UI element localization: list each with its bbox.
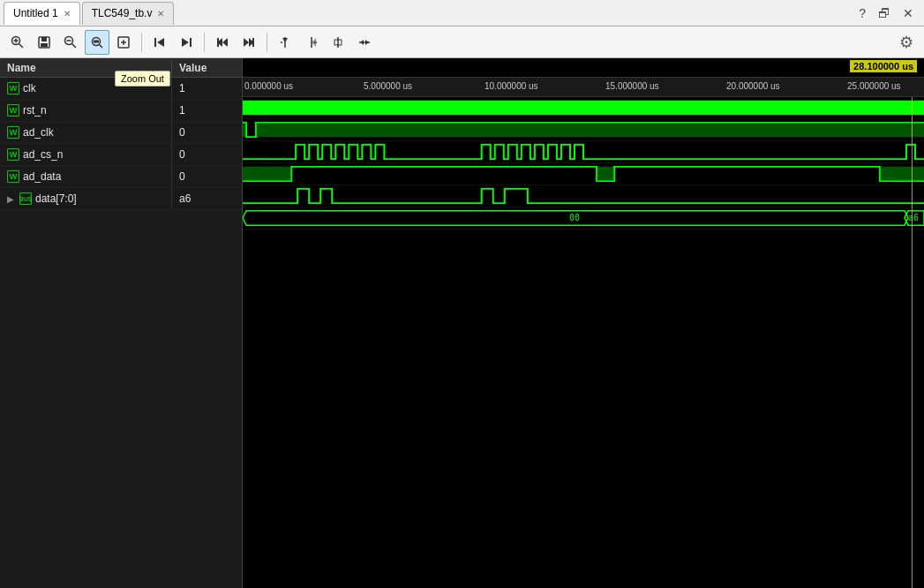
- goto-end-button[interactable]: [174, 30, 199, 55]
- svg-rect-12: [94, 40, 99, 42]
- bus-icon-data: BUS: [19, 192, 32, 205]
- signal-rows: W clk 1 W rst_n 1 W ad_clk 0: [0, 78, 242, 588]
- ruler-label-0: 0.000000 us: [244, 81, 293, 91]
- wave-svg-clk: [243, 97, 924, 118]
- signal-row-rstn[interactable]: W rst_n 1: [0, 100, 242, 122]
- separator-2: [204, 33, 205, 52]
- wave-svg-data: 00 a6: [243, 207, 924, 229]
- signal-value-adclk: 0: [172, 124, 192, 140]
- svg-rect-45: [880, 167, 924, 181]
- marker2-icon: [331, 35, 345, 49]
- svg-rect-43: [243, 167, 291, 181]
- ruler-label-20: 20.000000 us: [726, 81, 780, 91]
- signal-row-adcsn[interactable]: W ad_cs_n 0: [0, 144, 242, 166]
- svg-line-1: [19, 43, 24, 48]
- tab-untitled1[interactable]: Untitled 1 ✕: [4, 2, 80, 25]
- signal-label-clk: clk: [23, 82, 36, 94]
- goto-start-button[interactable]: [147, 30, 172, 55]
- title-bar: Untitled 1 ✕ TLC549_tb.v ✕ ? 🗗 ✕: [0, 0, 924, 26]
- tab-tlc549-label: TLC549_tb.v: [92, 7, 153, 19]
- wave-row-data: 00 a6: [243, 207, 924, 230]
- svg-marker-19: [182, 38, 189, 47]
- marker1-button[interactable]: [299, 30, 324, 55]
- zoom-out-button[interactable]: [58, 30, 83, 55]
- ruler-label-5: 5.000000 us: [364, 81, 412, 91]
- signal-value-rstn: 1: [172, 102, 192, 118]
- wire-icon-adclk: W: [7, 126, 19, 139]
- signal-name-addata: W ad_data: [0, 166, 172, 187]
- toolbar: ⚙: [0, 26, 924, 58]
- expand-icon-data[interactable]: ▶: [7, 193, 18, 204]
- marker1-icon: [304, 35, 319, 49]
- restore-button[interactable]: 🗗: [875, 4, 894, 22]
- wire-icon-rstn: W: [7, 104, 19, 117]
- svg-rect-5: [41, 37, 47, 41]
- ruler-label-15: 15.000000 us: [605, 81, 659, 91]
- signal-row-addata[interactable]: W ad_data 0: [0, 166, 242, 188]
- svg-rect-44: [597, 167, 614, 181]
- svg-marker-38: [360, 40, 364, 45]
- signal-label-adclk: ad_clk: [23, 126, 54, 139]
- signal-row-adclk[interactable]: W ad_clk 0: [0, 122, 242, 144]
- save-button[interactable]: [32, 30, 56, 55]
- next-edge-icon: [242, 35, 256, 49]
- help-button[interactable]: ?: [855, 4, 869, 22]
- goto-start-icon: [153, 35, 167, 49]
- zoom-fit-button[interactable]: [85, 30, 109, 55]
- main-content: Zoom Out Name Value W clk 1 W rst_n: [0, 58, 924, 588]
- zoom-fit-icon: [90, 35, 104, 49]
- signal-name-adcsn: W ad_cs_n: [0, 144, 172, 165]
- cursor-mode-icon: [278, 35, 292, 49]
- wave-row-rstn: [243, 119, 924, 141]
- signal-name-adclk: W ad_clk: [0, 122, 172, 143]
- wave-row-adclk: [243, 141, 924, 163]
- svg-marker-27: [282, 38, 288, 42]
- wave-svg-rstn: [243, 119, 924, 140]
- wave-row-clk: [243, 97, 924, 119]
- ruler-label-25: 25.000000 us: [847, 81, 901, 91]
- time-cursor-label: 28.100000 us: [850, 60, 917, 72]
- wave-svg-adclk: [243, 141, 924, 162]
- signal-value-data: a6: [172, 191, 198, 207]
- wave-svg-addata: [243, 185, 924, 207]
- stretch-icon: [357, 35, 372, 49]
- svg-rect-40: [243, 101, 924, 115]
- zoom-full-button[interactable]: [111, 30, 136, 55]
- svg-rect-41: [243, 123, 246, 137]
- signal-label-addata: ad_data: [23, 170, 61, 183]
- svg-line-8: [72, 43, 77, 48]
- zoom-out-icon: [64, 35, 78, 49]
- wire-icon-clk: W: [7, 82, 19, 94]
- goto-end-icon: [179, 35, 193, 49]
- tab-tlc549[interactable]: TLC549_tb.v ✕: [82, 2, 175, 25]
- close-button[interactable]: ✕: [899, 4, 917, 22]
- time-marker-bar: 28.100000 us: [243, 58, 924, 78]
- marker2-button[interactable]: [326, 30, 350, 55]
- ruler: 0.000000 us 5.000000 us 10.000000 us 15.…: [243, 78, 924, 97]
- zoom-in-button[interactable]: [5, 30, 30, 55]
- next-edge-button[interactable]: [237, 30, 261, 55]
- wave-panel[interactable]: 28.100000 us 0.000000 us 5.000000 us 10.…: [243, 58, 924, 588]
- signal-name-rstn: W rst_n: [0, 100, 172, 121]
- svg-text:a6: a6: [908, 214, 919, 223]
- settings-button[interactable]: ⚙: [894, 30, 919, 55]
- save-icon: [37, 35, 51, 49]
- prev-edge-button[interactable]: [210, 30, 235, 55]
- tab-tlc549-close[interactable]: ✕: [157, 9, 164, 19]
- svg-marker-23: [244, 38, 249, 47]
- signal-label-data: data[7:0]: [35, 192, 77, 205]
- signal-label-adcsn: ad_cs_n: [23, 148, 63, 161]
- svg-marker-39: [365, 40, 369, 45]
- col-value-header: Value: [172, 60, 214, 76]
- svg-line-11: [100, 44, 103, 48]
- separator-3: [267, 33, 267, 52]
- svg-text:00: 00: [569, 214, 580, 223]
- signal-row-data[interactable]: ▶ BUS data[7:0] a6: [0, 188, 242, 210]
- signal-value-addata: 0: [172, 169, 192, 185]
- tab-untitled1-close[interactable]: ✕: [64, 9, 71, 19]
- cursor-mode-button[interactable]: [273, 30, 297, 55]
- signal-value-adcsn: 0: [172, 147, 192, 162]
- signal-value-clk: 1: [172, 80, 192, 96]
- stretch-button[interactable]: [352, 30, 377, 55]
- prev-edge-icon: [215, 35, 229, 49]
